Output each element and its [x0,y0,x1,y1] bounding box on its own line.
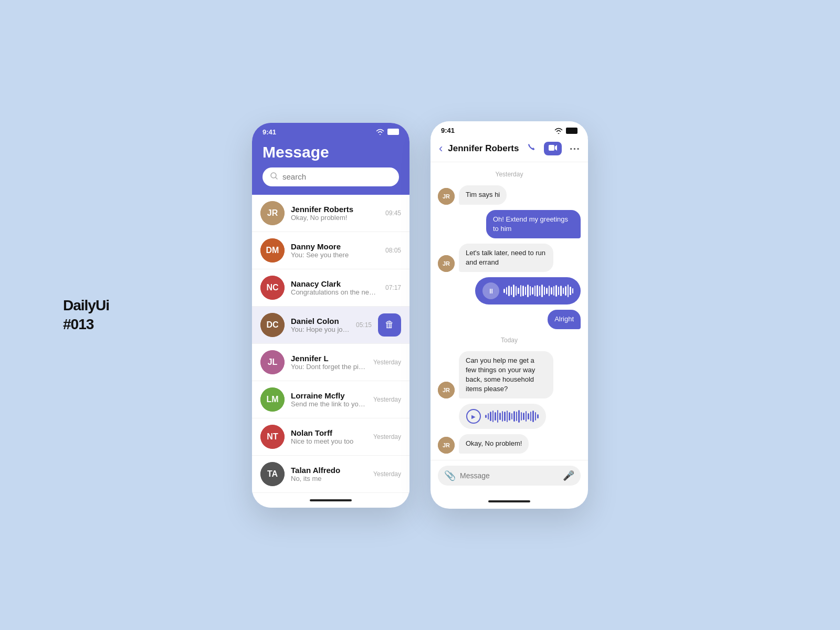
svg-text:JL: JL [268,358,278,366]
avatar: JL [260,350,285,374]
left-header-title: Message [262,143,399,161]
message-row: JR Can you help me get a few things on y… [438,351,581,399]
svg-rect-18 [549,145,554,151]
voice-message-row-received: ▶ [438,404,581,429]
chat-name: Jennifer Roberts [448,143,521,154]
right-phone: 9:41 ‹ Jennifer Roberts [430,121,588,508]
home-indicator [430,494,588,509]
chat-input-area: 📎 🎤 [430,460,588,494]
message-bubble: Can you help me get a few things on your… [459,351,553,399]
message-row: JR Okay, No problem! [438,434,581,453]
svg-text:NC: NC [266,283,279,292]
contact-item[interactable]: TA Talan Alfredo No, its me Yesterday [252,456,410,493]
right-status-icons [554,128,578,134]
message-bubble: Tim says hi [459,185,507,204]
waveform [503,284,573,298]
left-time: 9:41 [262,128,276,136]
waveform-received [485,409,539,424]
svg-line-1 [276,177,277,179]
chat-input-row: 📎 🎤 [438,466,581,486]
attach-button[interactable]: 📎 [444,470,456,481]
chat-avatar: JR [438,188,455,205]
contact-info: Nolan Torff Nice to meet you too [291,428,367,445]
chat-header: ‹ Jennifer Roberts ⋯ [430,138,588,162]
contact-info: Nanacy Clark Congratulations on the new … [291,279,379,296]
voice-message-bubble: ⏸ [475,277,581,304]
message-row: JR Let's talk later, need to run and err… [438,244,581,272]
delete-button[interactable]: 🗑 [378,313,401,337]
voice-message-row: ⏸ [438,277,581,304]
right-time: 9:41 [441,127,455,134]
message-input[interactable] [460,471,559,480]
left-battery-icon [387,129,399,135]
svg-text:TA: TA [267,469,278,478]
pause-button[interactable]: ⏸ [482,282,499,299]
svg-text:JR: JR [443,193,450,200]
contact-item[interactable]: NC Nanacy Clark Congratulations on the n… [252,269,410,307]
today-divider: Today [438,337,581,344]
chat-avatar: JR [438,382,455,398]
contact-info: Danny Moore You: See you there [291,242,379,259]
contacts-list: JR Jennifer Roberts Okay, No problem! 09… [252,195,410,493]
search-icon [270,172,278,182]
left-phone: 9:41 Message JR [252,123,410,508]
voice-message-bubble-received: ▶ [459,404,546,429]
video-call-button[interactable] [544,142,562,155]
search-input[interactable] [282,172,392,181]
svg-text:LM: LM [266,395,278,404]
message-bubble: Let's talk later, need to run and errand [459,244,553,272]
contact-item-swiped[interactable]: DC Daniel Colon You: Hope you join us 05… [252,307,410,344]
svg-text:JR: JR [443,387,450,393]
avatar: NT [260,425,285,449]
chat-avatar: JR [438,255,455,272]
right-battery-icon [566,128,578,134]
message-row: Alright [438,310,581,329]
right-status-bar: 9:41 [430,121,588,138]
contact-item[interactable]: JL Jennifer L You: Dont forget the pizza… [252,344,410,381]
contact-info: Jennifer Roberts Okay, No problem! [291,205,379,222]
message-bubble: Okay, No problem! [459,434,529,453]
avatar: TA [260,462,285,486]
contact-item[interactable]: LM Lorraine Mcfly Send me the link to yo… [252,381,410,418]
contact-item[interactable]: NT Nolan Torff Nice to meet you too Yest… [252,418,410,456]
mic-button[interactable]: 🎤 [563,470,574,481]
yesterday-divider: Yesterday [438,171,581,178]
contact-item[interactable]: JR Jennifer Roberts Okay, No problem! 09… [252,195,410,232]
avatar: JR [260,201,285,225]
play-button[interactable]: ▶ [466,409,481,424]
home-indicator [252,493,410,508]
left-status-icons [375,129,399,135]
contact-info: Talan Alfredo No, its me [291,466,367,482]
chat-actions: ⋯ [526,142,580,155]
contact-info: Jennifer L You: Dont forget the pizza [291,354,367,371]
contact-info: Lorraine Mcfly Send me the link to your … [291,391,367,408]
chat-messages: Yesterday JR Tim says hi Oh! Extend my g… [430,162,588,459]
alright-bubble: Alright [548,310,581,329]
message-bubble: Oh! Extend my greetings to him [486,210,581,238]
more-options-button[interactable]: ⋯ [569,142,580,155]
left-status-bar: 9:41 [252,123,410,139]
avatar: DM [260,238,285,262]
chat-avatar: JR [438,437,455,454]
search-bar[interactable] [262,167,399,186]
svg-text:DC: DC [266,320,279,329]
contact-item[interactable]: DM Danny Moore You: See you there 08:05 [252,232,410,269]
message-row: Oh! Extend my greetings to him [438,210,581,238]
avatar: DC [260,313,285,337]
svg-text:NT: NT [267,432,278,441]
call-button[interactable] [526,142,537,155]
left-header: Message [252,139,410,195]
svg-text:JR: JR [443,442,450,448]
back-button[interactable]: ‹ [439,142,443,155]
avatar: LM [260,387,285,412]
message-row: JR Tim says hi [438,185,581,204]
avatar: NC [260,276,285,300]
brand-label: DailyUi #013 [63,296,109,334]
svg-text:JR: JR [443,260,450,267]
svg-text:DM: DM [266,246,279,255]
contact-info: Daniel Colon You: Hope you join us [291,317,350,333]
svg-text:JR: JR [267,208,278,217]
